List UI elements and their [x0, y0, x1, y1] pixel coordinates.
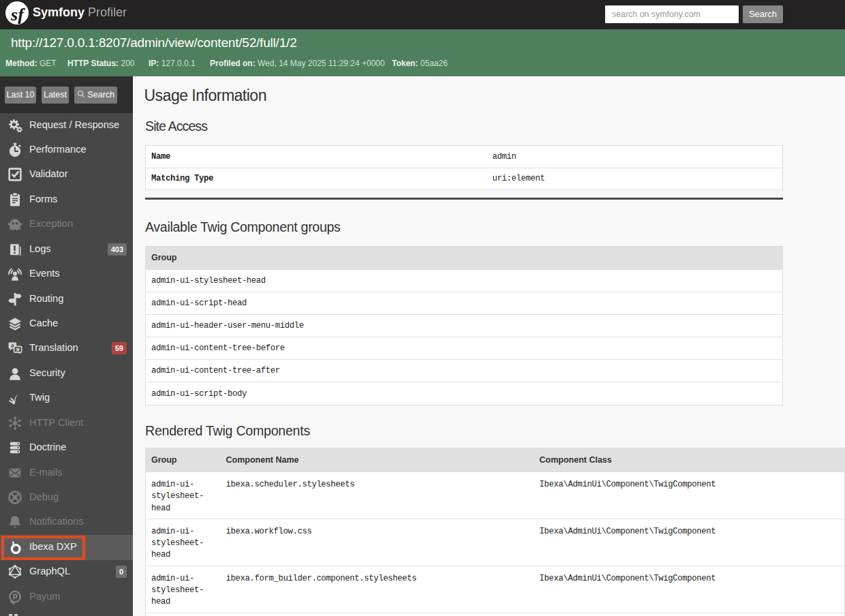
svg-text:sf: sf [10, 5, 25, 25]
